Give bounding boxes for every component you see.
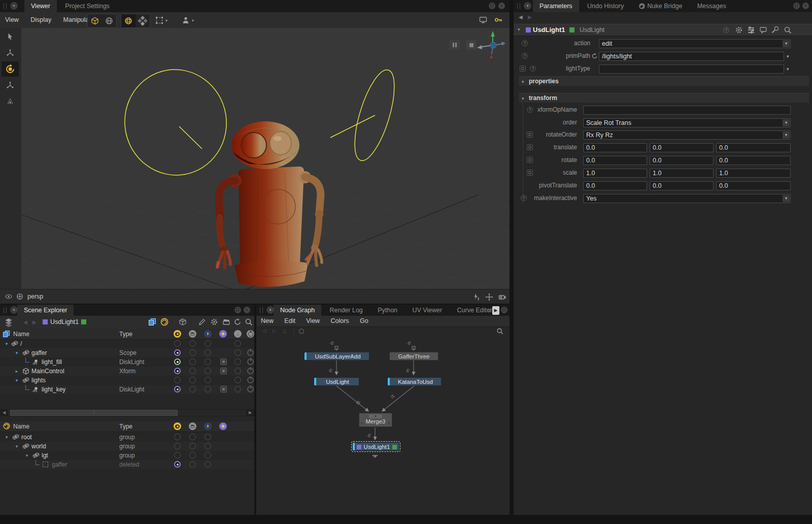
camera-icon[interactable] bbox=[498, 293, 506, 301]
menu-go[interactable]: Go bbox=[355, 316, 373, 326]
refresh-icon[interactable] bbox=[233, 318, 242, 326]
node-gafferthree[interactable]: GafferThree bbox=[389, 352, 438, 361]
environment-button[interactable] bbox=[102, 14, 116, 27]
live-render-toggle[interactable] bbox=[205, 340, 211, 347]
visibility-toggle[interactable] bbox=[174, 434, 181, 440]
nav-up-button[interactable]: △ bbox=[283, 328, 287, 334]
close-panel-icon[interactable]: × bbox=[802, 3, 809, 9]
type-column-header[interactable]: Type bbox=[119, 423, 132, 430]
live-render-toggle[interactable] bbox=[205, 377, 211, 383]
tree2-row-root[interactable]: ▾ root group bbox=[0, 433, 254, 442]
pan-icon[interactable] bbox=[485, 293, 493, 301]
tree2-row-lgt[interactable]: ▾ lgt group bbox=[0, 451, 254, 460]
resolve-toggle[interactable] bbox=[234, 377, 241, 383]
panel-menu-button[interactable]: ▾ bbox=[524, 2, 531, 10]
select-tool[interactable] bbox=[2, 29, 19, 44]
translate-y-field[interactable]: 0.0 bbox=[650, 143, 714, 152]
render-toggle[interactable] bbox=[189, 358, 196, 365]
pentagon-icon[interactable] bbox=[298, 328, 305, 335]
translate-tool[interactable] bbox=[2, 45, 19, 60]
edit-toggle[interactable] bbox=[220, 368, 227, 374]
transform-tool[interactable] bbox=[2, 78, 19, 93]
scale-y-field[interactable]: 1.0 bbox=[650, 169, 714, 178]
tree-row-lights[interactable]: ▾ lights bbox=[0, 376, 254, 385]
node-usdlight1[interactable]: UsdLight1 bbox=[352, 442, 399, 451]
tab-nuke-bridge[interactable]: Nuke Bridge bbox=[632, 0, 689, 12]
scrollbar-track[interactable] bbox=[8, 410, 246, 416]
panel-grip[interactable] bbox=[260, 307, 263, 313]
search-icon[interactable] bbox=[496, 328, 503, 335]
resolve-column-icon[interactable]: ↓ bbox=[234, 330, 242, 338]
quad-view-button[interactable] bbox=[136, 14, 150, 27]
panel-grip[interactable] bbox=[4, 3, 7, 9]
monitor-button[interactable] bbox=[479, 16, 487, 25]
layers-icon[interactable] bbox=[4, 318, 13, 327]
name-column-header[interactable]: Name bbox=[13, 423, 29, 430]
tab-parameters[interactable]: Parameters bbox=[533, 0, 579, 12]
rotate-tool[interactable] bbox=[2, 61, 19, 77]
scale-tool[interactable] bbox=[2, 94, 19, 109]
live-render-column-icon[interactable] bbox=[204, 330, 212, 338]
tab-scroll-right[interactable]: ▶ bbox=[492, 306, 499, 315]
expand-icon[interactable]: ▾ bbox=[4, 341, 9, 347]
mute-toggle[interactable] bbox=[247, 368, 254, 374]
panel-grip[interactable] bbox=[4, 307, 7, 313]
pivottranslate-z-field[interactable]: 0.0 bbox=[716, 181, 791, 190]
back-button[interactable]: ◀ bbox=[519, 14, 523, 20]
scrollbar-thumb[interactable] bbox=[10, 410, 178, 416]
tab-undo-history[interactable]: Undo History bbox=[581, 0, 630, 12]
3d-viewport[interactable] bbox=[21, 28, 510, 289]
tree2-row-gaffer-deleted[interactable]: gaffer deleted bbox=[0, 460, 254, 469]
menu-display[interactable]: Display bbox=[25, 12, 56, 28]
wrench-icon[interactable] bbox=[771, 26, 779, 34]
expression-icon[interactable] bbox=[591, 53, 598, 59]
search-icon[interactable] bbox=[245, 318, 253, 326]
live-render-toggle[interactable] bbox=[205, 434, 211, 440]
tab-scroll-left[interactable]: ◀ bbox=[487, 308, 490, 313]
pencil-icon[interactable] bbox=[198, 318, 206, 326]
visibility-toggle[interactable] bbox=[174, 368, 181, 374]
panel-menu-button[interactable]: ▾ bbox=[10, 306, 18, 314]
edit-column-icon[interactable] bbox=[219, 422, 227, 430]
rotate-z-field[interactable]: 0.0 bbox=[716, 156, 791, 165]
mute-toggle[interactable] bbox=[247, 358, 254, 365]
visibility-toggle[interactable] bbox=[174, 349, 181, 356]
mute-column-icon[interactable] bbox=[247, 330, 254, 338]
tree-row-gaffer[interactable]: ▾ gaffer Scope bbox=[0, 348, 254, 357]
tab-viewer[interactable]: Viewer bbox=[24, 0, 57, 12]
lighttype-options-icon[interactable]: ▾ bbox=[787, 67, 789, 72]
float-panel-icon[interactable] bbox=[501, 307, 507, 313]
rotate-y-field[interactable]: 0.0 bbox=[650, 156, 714, 165]
live-render-toggle[interactable] bbox=[205, 349, 211, 356]
help-icon[interactable]: ? bbox=[723, 27, 729, 33]
resolve-toggle[interactable] bbox=[234, 368, 241, 374]
visibility-toggle[interactable] bbox=[174, 386, 181, 392]
tree-row-light-fill[interactable]: light_fill DiskLight bbox=[0, 357, 254, 367]
expand-icon[interactable]: ▾ bbox=[4, 434, 9, 440]
close-panel-icon[interactable]: × bbox=[498, 3, 505, 9]
panel-menu-button[interactable]: ▾ bbox=[10, 2, 18, 10]
visibility-column-icon[interactable] bbox=[174, 330, 181, 338]
expand-icon[interactable]: ▾ bbox=[14, 377, 19, 383]
gear-icon[interactable] bbox=[735, 26, 743, 34]
render-toggle[interactable] bbox=[189, 368, 196, 374]
render-column-icon[interactable] bbox=[189, 422, 196, 430]
katana-swirl-icon[interactable] bbox=[160, 318, 168, 326]
visibility-column-icon[interactable] bbox=[174, 422, 181, 430]
menu-edit[interactable]: Edit bbox=[280, 316, 300, 326]
selection-mode-button[interactable]: ▾ bbox=[155, 15, 167, 25]
visibility-toggle[interactable] bbox=[174, 461, 181, 468]
section-properties[interactable]: ▾ properties bbox=[519, 76, 809, 86]
eye-icon[interactable] bbox=[5, 293, 12, 300]
back-button[interactable]: ◀ bbox=[23, 319, 27, 325]
stop-button[interactable] bbox=[466, 40, 477, 50]
primpath-options-icon[interactable]: ▾ bbox=[787, 54, 789, 59]
tree-row-maincontrol[interactable]: ▸ MainControl Xform bbox=[0, 367, 254, 376]
node-usdsublayeradd[interactable]: UsdSubLayerAdd bbox=[304, 352, 369, 361]
render-toggle[interactable] bbox=[189, 434, 196, 440]
shaded-cube-button[interactable] bbox=[88, 14, 102, 27]
live-render-toggle[interactable] bbox=[205, 368, 211, 374]
float-panel-icon[interactable] bbox=[234, 307, 241, 313]
render-toggle[interactable] bbox=[189, 461, 196, 468]
tab-messages[interactable]: Messages bbox=[691, 0, 733, 12]
